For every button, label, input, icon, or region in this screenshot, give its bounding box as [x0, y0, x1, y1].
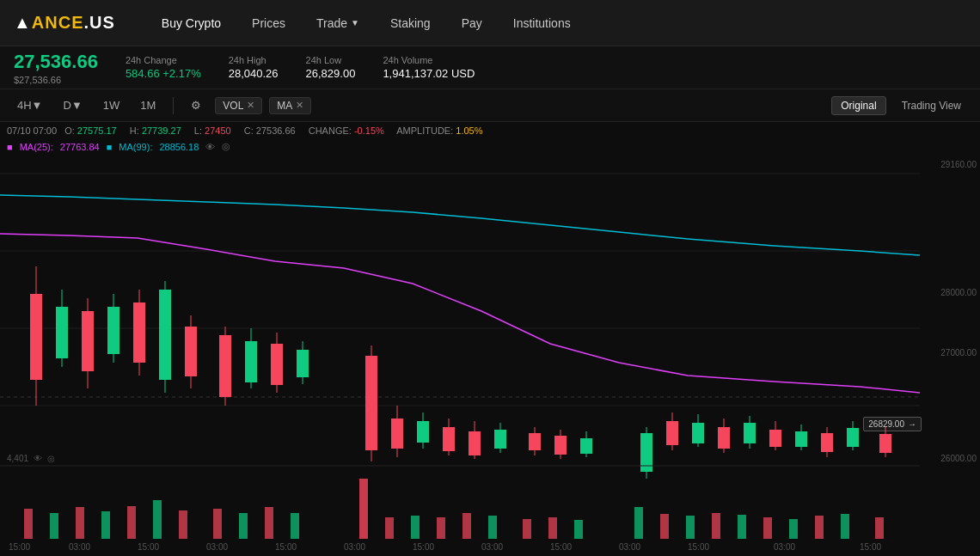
svg-rect-94 — [841, 514, 849, 539]
ma-bar: ■ MA(25): 27763.84 ■ MA(99): 28856.18 👁 … — [7, 141, 230, 152]
svg-rect-36 — [469, 431, 481, 455]
svg-rect-95 — [875, 517, 884, 539]
svg-rect-14 — [133, 302, 145, 363]
ma-remove-icon[interactable]: ✕ — [296, 100, 303, 111]
ticker-bar: 27,536.66 $27,536.66 24h Change 584.66 +… — [0, 46, 980, 89]
svg-rect-34 — [443, 427, 455, 451]
timeframe-d[interactable]: D▼ — [57, 96, 89, 114]
nav-staking[interactable]: Staking — [378, 11, 443, 35]
navbar: ▲ANCE.US Buy Crypto Prices Trade ▼ Staki… — [0, 0, 980, 46]
svg-rect-73 — [213, 509, 222, 539]
svg-rect-26 — [297, 350, 309, 377]
svg-rect-24 — [271, 344, 283, 385]
svg-text:15:00: 15:00 — [9, 542, 30, 552]
svg-rect-58 — [795, 431, 807, 447]
svg-text:03:00: 03:00 — [69, 542, 90, 552]
settings-icon-btn[interactable]: ⚙ — [184, 96, 208, 114]
svg-rect-52 — [718, 427, 730, 449]
trade-chevron-icon: ▼ — [351, 18, 359, 27]
svg-rect-50 — [692, 423, 704, 443]
vol-remove-icon[interactable]: ✕ — [247, 100, 254, 111]
svg-rect-87 — [660, 514, 669, 539]
ticker-sub-price: $27,536.66 — [14, 75, 98, 85]
svg-text:03:00: 03:00 — [774, 542, 795, 552]
svg-text:03:00: 03:00 — [344, 542, 365, 552]
eye-icon[interactable]: 👁 — [205, 142, 215, 152]
y-label-bot: 26000.00 — [940, 454, 977, 463]
svg-rect-89 — [712, 513, 720, 539]
svg-rect-75 — [265, 507, 273, 539]
stat-24h-low: 24h Low 26,829.00 — [306, 55, 356, 80]
nav-trade[interactable]: Trade ▼ — [304, 11, 371, 35]
svg-text:03:00: 03:00 — [619, 542, 640, 552]
svg-rect-30 — [391, 419, 403, 449]
nav-buy-crypto[interactable]: Buy Crypto — [150, 11, 233, 35]
svg-rect-92 — [789, 519, 798, 539]
svg-rect-54 — [744, 423, 756, 443]
svg-text:15:00: 15:00 — [138, 542, 159, 552]
svg-rect-93 — [815, 516, 824, 539]
y-label-mid2: 27000.00 — [940, 348, 977, 357]
svg-rect-38 — [494, 430, 506, 449]
svg-rect-88 — [686, 516, 695, 539]
svg-rect-62 — [847, 428, 859, 447]
svg-rect-77 — [359, 479, 368, 539]
chart-date: 07/10 07:00 — [7, 125, 57, 136]
svg-rect-56 — [769, 430, 781, 447]
timeframe-1w[interactable]: 1W — [96, 96, 127, 114]
svg-rect-71 — [153, 500, 162, 539]
svg-text:15:00: 15:00 — [275, 542, 297, 552]
timeframe-4h[interactable]: 4H▼ — [10, 96, 50, 114]
svg-rect-42 — [554, 436, 567, 455]
timeframe-1m[interactable]: 1M — [133, 96, 162, 114]
stat-24h-change: 24h Change 584.66 +2.17% — [126, 55, 201, 80]
nav-pay[interactable]: Pay — [450, 11, 494, 35]
svg-rect-6 — [30, 294, 42, 380]
original-btn[interactable]: Original — [831, 96, 885, 115]
y-label-mid1: 28000.00 — [940, 288, 977, 297]
tradingview-btn[interactable]: Trading View — [893, 97, 970, 114]
svg-rect-44 — [580, 438, 592, 454]
svg-rect-40 — [529, 433, 541, 450]
y-label-top: 29160.00 — [940, 160, 977, 169]
svg-rect-70 — [127, 506, 136, 539]
svg-rect-69 — [101, 511, 110, 539]
svg-rect-80 — [437, 517, 445, 539]
svg-rect-10 — [82, 311, 94, 371]
svg-text:15:00: 15:00 — [550, 542, 572, 552]
logo: ▲ANCE.US — [14, 13, 115, 33]
svg-rect-76 — [291, 513, 299, 539]
ticker-price: 27,536.66 — [14, 51, 98, 73]
svg-rect-67 — [50, 513, 58, 539]
svg-rect-32 — [417, 421, 429, 443]
svg-rect-91 — [763, 517, 772, 539]
vol-indicator-tag[interactable]: VOL ✕ — [215, 97, 262, 114]
nav-links: Buy Crypto Prices Trade ▼ Staking Pay In… — [150, 11, 966, 35]
svg-rect-16 — [159, 290, 171, 380]
svg-rect-85 — [574, 520, 583, 539]
ma-indicator-tag[interactable]: MA ✕ — [269, 97, 311, 114]
chart-info-bar: 07/10 07:00 O: 27575.17 H: 27739.27 L: 2… — [7, 125, 493, 136]
svg-rect-60 — [821, 433, 833, 452]
chart-area: 07/10 07:00 O: 27575.17 H: 27739.27 L: 2… — [0, 122, 980, 556]
svg-rect-48 — [666, 421, 678, 445]
settings-small-icon[interactable]: ◎ — [222, 141, 230, 152]
svg-rect-72 — [179, 510, 187, 539]
svg-text:03:00: 03:00 — [481, 542, 503, 552]
svg-rect-12 — [107, 307, 119, 354]
stat-24h-high: 24h High 28,040.26 — [229, 55, 279, 80]
nav-institutions[interactable]: Institutions — [501, 11, 583, 35]
ticker-price-block: 27,536.66 $27,536.66 — [14, 51, 98, 85]
candlestick-chart-svg: 15:00 03:00 15:00 03:00 15:00 03:00 15:0… — [0, 122, 920, 556]
svg-rect-66 — [24, 509, 33, 539]
svg-rect-81 — [462, 513, 471, 539]
svg-rect-8 — [56, 307, 68, 358]
svg-text:15:00: 15:00 — [860, 542, 881, 552]
svg-rect-20 — [219, 335, 231, 397]
svg-text:03:00: 03:00 — [206, 542, 228, 552]
nav-prices[interactable]: Prices — [240, 11, 297, 35]
svg-rect-28 — [365, 356, 377, 450]
svg-rect-82 — [488, 516, 497, 539]
svg-rect-74 — [239, 513, 248, 539]
chart-toolbar: 4H▼ D▼ 1W 1M ⚙ VOL ✕ MA ✕ Original Tradi… — [0, 89, 980, 122]
